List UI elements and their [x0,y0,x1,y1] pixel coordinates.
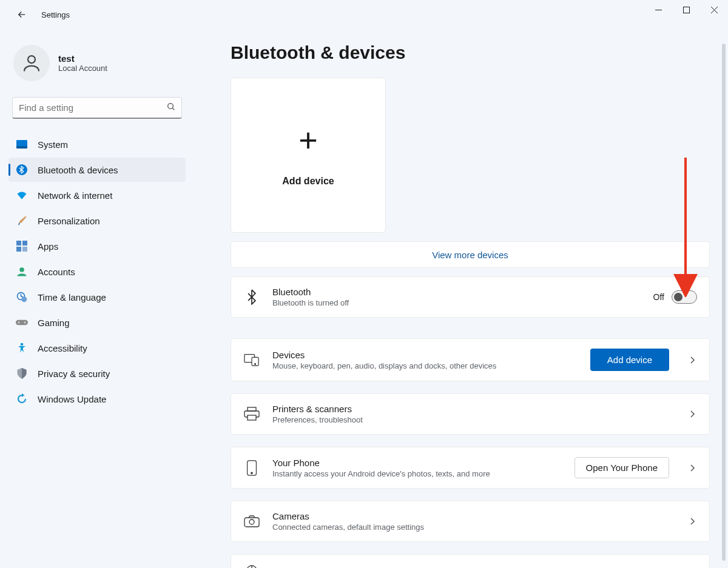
close-icon [711,7,718,13]
account-block[interactable]: test Local Account [5,36,189,90]
sidebar-item-label: Time & language [38,292,106,302]
svg-rect-26 [248,415,256,420]
svg-point-23 [255,363,256,364]
view-more-devices[interactable]: View more devices [231,241,710,268]
sidebar-item-accounts[interactable]: Accounts [8,259,186,284]
svg-rect-11 [22,241,27,246]
svg-rect-13 [22,247,27,252]
sidebar-item-accessibility[interactable]: Accessibility [8,336,186,360]
mouse-panel[interactable]: Mouse [231,554,710,568]
bluetooth-icon [16,164,28,176]
maximize-button[interactable] [672,0,700,19]
devices-panel[interactable]: Devices Mouse, keyboard, pen, audio, dis… [231,338,710,381]
gamepad-icon [16,316,28,329]
add-device-button[interactable]: Add device [590,349,669,371]
bluetooth-toggle-label: Off [653,292,664,302]
account-name: test [58,53,107,64]
account-subtitle: Local Account [58,64,107,73]
printer-icon [243,406,260,423]
paintbrush-icon [16,215,28,227]
sidebar-item-time-language[interactable]: Time & language [8,285,186,309]
plus-icon: + [298,124,318,156]
cameras-panel[interactable]: Cameras Connected cameras, default image… [231,501,710,542]
cameras-title: Cameras [272,511,669,521]
sidebar-item-windows-update[interactable]: Windows Update [8,387,186,411]
svg-rect-10 [16,241,21,246]
maximize-icon [683,7,690,13]
sidebar-item-label: System [38,139,68,150]
svg-point-30 [249,520,254,524]
svg-point-5 [168,104,174,109]
svg-point-19 [24,321,25,323]
chevron-right-icon [687,409,697,419]
add-device-label: Add device [282,176,334,187]
svg-line-6 [172,108,174,110]
sidebar-item-label: Windows Update [38,394,106,404]
svg-rect-17 [16,320,28,325]
bluetooth-icon [243,289,260,306]
update-icon [16,393,28,405]
your-phone-subtitle: Instantly access your Android device's p… [272,469,562,478]
sidebar-item-personalization[interactable]: Personalization [8,209,186,233]
minimize-button[interactable] [644,0,672,19]
back-button[interactable] [11,4,33,25]
printers-title: Printers & scanners [272,404,669,414]
sidebar-item-label: Personalization [38,216,100,226]
printers-panel[interactable]: Printers & scanners Preferences, trouble… [231,393,710,435]
apps-icon [16,240,28,252]
sidebar-item-label: Accessibility [38,343,87,353]
cameras-subtitle: Connected cameras, default image setting… [272,523,669,532]
sidebar-item-label: Bluetooth & devices [38,165,118,175]
title-bar: Settings [0,0,728,29]
svg-rect-1 [683,7,689,13]
sidebar-item-label: Apps [38,241,58,252]
sidebar-item-label: Privacy & security [38,369,110,379]
nav-list: System Bluetooth & devices Network & int… [5,130,189,413]
sidebar: test Local Account System Bluetooth & [0,29,194,568]
window-controls [644,0,728,19]
svg-rect-8 [16,146,27,149]
clock-globe-icon [16,291,28,303]
sidebar-item-label: Accounts [38,267,75,277]
svg-point-28 [251,472,252,473]
sidebar-item-gaming[interactable]: Gaming [8,310,186,335]
chevron-right-icon [687,516,697,526]
scrollbar[interactable] [722,44,726,561]
your-phone-panel[interactable]: Your Phone Instantly access your Android… [231,447,710,489]
arrow-left-icon [16,9,27,20]
sidebar-item-network[interactable]: Network & internet [8,183,186,207]
person-icon [21,52,42,74]
annotation-arrow [673,158,698,297]
printers-subtitle: Preferences, troubleshoot [272,415,669,424]
bluetooth-title: Bluetooth [272,287,641,297]
sidebar-item-apps[interactable]: Apps [8,234,186,258]
svg-rect-29 [244,518,259,527]
devices-title: Devices [272,350,578,360]
mouse-icon [243,564,260,568]
search-box [12,97,182,119]
devices-subtitle: Mouse, keyboard, pen, audio, displays an… [272,361,578,370]
devices-icon [243,352,260,369]
open-your-phone-button[interactable]: Open Your Phone [575,457,669,478]
svg-point-14 [19,267,24,272]
sidebar-item-privacy[interactable]: Privacy & security [8,361,186,386]
add-device-card[interactable]: + Add device [231,78,386,233]
close-button[interactable] [700,0,728,19]
window-title: Settings [41,10,70,19]
sidebar-item-system[interactable]: System [8,132,186,156]
svg-point-16 [21,296,27,302]
shield-icon [16,367,28,379]
chevron-right-icon [687,355,697,365]
sidebar-item-bluetooth-devices[interactable]: Bluetooth & devices [8,158,186,182]
svg-point-20 [21,343,24,346]
svg-rect-24 [248,407,256,411]
avatar [13,45,50,81]
your-phone-title: Your Phone [272,458,562,468]
search-input[interactable] [12,97,182,119]
bluetooth-panel: Bluetooth Bluetooth is turned off Off [231,276,710,318]
camera-icon [243,513,260,530]
wifi-icon [16,189,28,201]
sidebar-item-label: Gaming [38,318,70,328]
svg-point-18 [18,321,19,323]
minimize-icon [655,7,662,13]
